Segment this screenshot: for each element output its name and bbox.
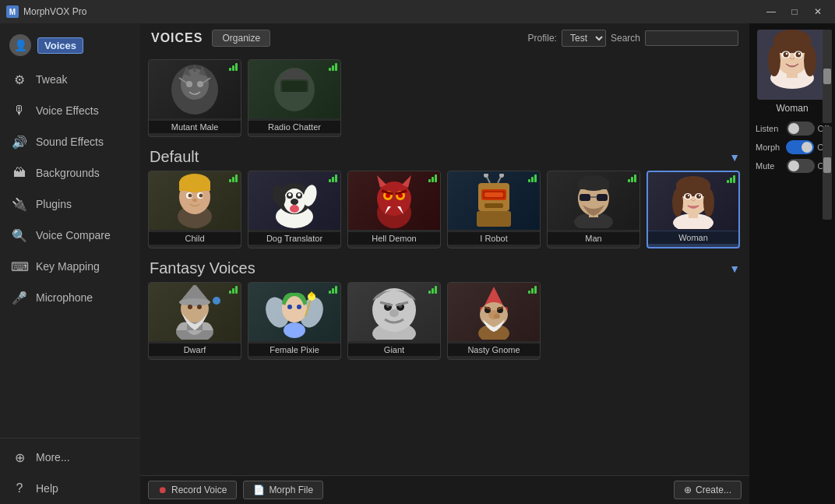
search-input[interactable] xyxy=(645,30,738,46)
sidebar-item-microphone[interactable]: 🎤 Microphone xyxy=(0,282,140,313)
volume-slider[interactable] xyxy=(823,126,832,220)
sidebar-item-key-mapping[interactable]: ⌨ Key Mapping xyxy=(0,251,140,282)
voice-label-gnome: Nasty Gnome xyxy=(448,344,540,356)
pitch-slider-thumb[interactable] xyxy=(823,69,831,84)
voice-label-demon: Hell Demon xyxy=(348,232,440,245)
svg-rect-50 xyxy=(597,194,608,201)
sidebar-voices-header: 👤 Voices xyxy=(0,30,140,64)
voice-compare-icon: 🔍 xyxy=(11,227,28,244)
profile-select[interactable]: Test xyxy=(562,30,606,47)
voices-scroll[interactable]: Mutant Male xyxy=(140,53,749,475)
morph-file-button[interactable]: 📄 Morph File xyxy=(243,481,323,499)
svg-point-101 xyxy=(768,45,780,76)
voice-card-female-pixie[interactable]: Female Pixie xyxy=(248,282,341,360)
voice-card-mutant-male[interactable]: Mutant Male xyxy=(148,59,241,137)
svg-point-92 xyxy=(494,314,500,319)
voice-card-hell-demon[interactable]: Hell Demon xyxy=(347,171,441,248)
sidebar-label-sound-effects: Sound Effects xyxy=(36,136,104,148)
sidebar-item-plugins[interactable]: 🔌 Plugins xyxy=(0,189,140,220)
sidebar-label-voice-compare: Voice Compare xyxy=(36,229,111,241)
main-layout: 👤 Voices ⚙ Tweak 🎙 Voice Effects 🔊 Sound… xyxy=(0,23,835,504)
svg-point-27 xyxy=(298,193,301,196)
sidebar-item-help[interactable]: ? Help xyxy=(0,473,140,504)
mute-toggle-track[interactable] xyxy=(787,159,815,173)
portrait-mutant-male xyxy=(149,60,241,118)
default-voice-grid: Child xyxy=(148,171,742,255)
voice-card-child[interactable]: Child xyxy=(148,171,241,248)
maximize-button[interactable]: □ xyxy=(784,4,805,19)
microphone-icon: 🎤 xyxy=(11,289,28,306)
section-title-default: Default xyxy=(150,148,199,166)
plugins-icon: 🔌 xyxy=(11,196,28,213)
minimize-button[interactable]: — xyxy=(760,4,782,19)
morph-control: Morph On xyxy=(754,140,830,154)
voice-card-giant[interactable]: Giant xyxy=(347,282,441,360)
section-header-fantasy: Fantasy Voices ▼ xyxy=(148,255,742,282)
portrait-dog-translator xyxy=(248,171,340,230)
sidebar-item-tweak[interactable]: ⚙ Tweak xyxy=(0,64,140,95)
svg-point-5 xyxy=(197,81,203,87)
listen-control: Listen Off xyxy=(754,122,830,136)
voice-card-nasty-gnome[interactable]: Nasty Gnome xyxy=(447,282,541,360)
sidebar-label-voice-effects: Voice Effects xyxy=(36,104,99,117)
volume-slider-thumb[interactable] xyxy=(823,157,831,173)
svg-point-17 xyxy=(199,193,203,197)
voices-label[interactable]: Voices xyxy=(37,37,83,54)
svg-point-65 xyxy=(688,195,689,196)
sidebar-item-voice-effects[interactable]: 🎙 Voice Effects xyxy=(0,95,140,126)
voice-card-i-robot[interactable]: I Robot xyxy=(447,171,541,248)
section-toggle-default[interactable]: ▼ xyxy=(729,151,740,164)
fantasy-voice-grid: Dwarf xyxy=(148,282,742,366)
sidebar-item-backgrounds[interactable]: 🏔 Backgrounds xyxy=(0,157,140,189)
organize-button[interactable]: Organize xyxy=(212,30,270,47)
svg-point-71 xyxy=(197,305,202,309)
listen-toggle-track[interactable] xyxy=(787,122,815,136)
sidebar-item-sound-effects[interactable]: 🔊 Sound Effects xyxy=(0,126,140,157)
sidebar: 👤 Voices ⚙ Tweak 🎙 Voice Effects 🔊 Sound… xyxy=(0,23,140,504)
voice-card-woman[interactable]: Woman xyxy=(647,171,740,248)
voice-label-pixie: Female Pixie xyxy=(248,344,340,356)
app-icon: M xyxy=(6,5,19,18)
voice-label-robot: I Robot xyxy=(448,232,540,245)
create-button[interactable]: ⊕ Create... xyxy=(674,481,742,499)
voice-card-man[interactable]: Man xyxy=(547,171,640,248)
portrait-i-robot xyxy=(448,171,540,230)
svg-point-87 xyxy=(389,309,399,317)
morph-toggle-track[interactable] xyxy=(786,140,814,154)
sidebar-label-tweak: Tweak xyxy=(36,73,67,86)
profile-label: Profile: xyxy=(528,33,557,44)
signal-bars-dog xyxy=(329,174,337,182)
signal-bars-gnome xyxy=(528,286,537,294)
svg-point-72 xyxy=(213,297,220,305)
svg-rect-40 xyxy=(484,192,503,197)
voice-card-dwarf[interactable]: Dwarf xyxy=(148,282,241,360)
svg-rect-45 xyxy=(484,203,503,208)
app-title: MorphVOX Pro xyxy=(23,6,756,17)
sidebar-bottom: ⊕ More... ? Help xyxy=(0,438,140,504)
signal-bars-man xyxy=(628,174,636,182)
svg-point-59 xyxy=(672,189,683,217)
sidebar-item-more[interactable]: ⊕ More... xyxy=(0,442,140,473)
section-toggle-fantasy[interactable]: ▼ xyxy=(729,263,740,275)
svg-point-60 xyxy=(703,189,714,217)
user-avatar: 👤 xyxy=(9,34,31,56)
sidebar-item-voice-compare[interactable]: 🔍 Voice Compare xyxy=(0,220,140,251)
voice-card-dog-translator[interactable]: Dog Translator xyxy=(248,171,341,248)
right-sliders xyxy=(823,30,832,220)
sidebar-label-microphone: Microphone xyxy=(36,291,93,304)
svg-point-70 xyxy=(188,305,192,309)
svg-rect-49 xyxy=(580,194,590,201)
voice-card-radio-chatter[interactable]: Radio Chatter xyxy=(248,59,341,137)
signal-bars-woman xyxy=(727,175,735,183)
close-button[interactable]: ✕ xyxy=(807,4,829,19)
signal-bars-demon xyxy=(428,174,437,182)
sidebar-label-key-mapping: Key Mapping xyxy=(36,260,100,273)
voice-label-woman: Woman xyxy=(648,231,738,244)
portrait-radio-chatter xyxy=(248,60,340,118)
svg-point-18 xyxy=(192,199,197,202)
pitch-slider[interactable] xyxy=(823,30,832,123)
portrait-nasty-gnome xyxy=(448,283,540,341)
record-voice-button[interactable]: ⏺ Record Voice xyxy=(148,481,237,499)
key-mapping-icon: ⌨ xyxy=(11,258,28,275)
sidebar-label-help: Help xyxy=(36,482,58,495)
